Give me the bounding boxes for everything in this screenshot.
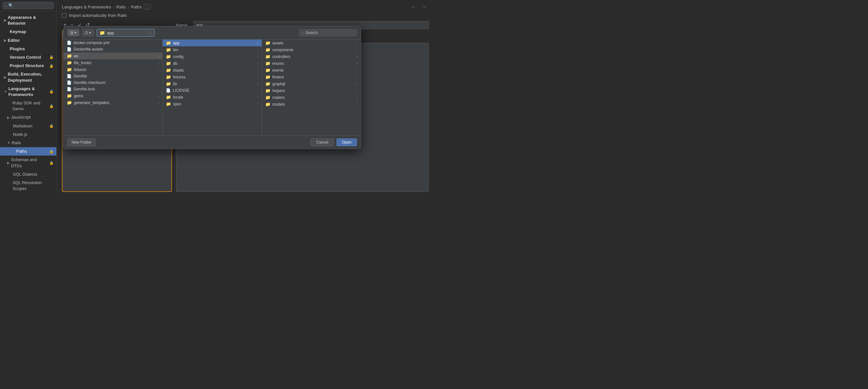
folder-icon: 📁 — [265, 88, 271, 93]
dialog-toolbar: ⊞ ▾ ⊡ ▾ 📁 app ⌃ — [63, 26, 361, 39]
search-input[interactable] — [8, 3, 52, 8]
item-name: models — [272, 102, 285, 107]
footer-actions: Cancel Open — [311, 138, 357, 146]
sidebar-item-markdown[interactable]: Markdown 🔒 — [0, 122, 56, 130]
sidebar-item-ruby-sdk[interactable]: Ruby SDK and Gems 🔒 — [0, 99, 56, 113]
list-item[interactable]: 📁 file_hooks › — [63, 59, 162, 66]
list-item[interactable]: 📁 bin › — [163, 46, 261, 53]
sidebar-item-plugins[interactable]: Plugins — [0, 45, 56, 53]
list-item[interactable]: 📁 generator_templates › — [63, 99, 162, 106]
view-btn-group-2: ⊡ ▾ — [82, 29, 94, 36]
browser-col-1: 📄 docker-compose.yml 📄 Dockerfile.assets… — [63, 39, 163, 136]
list-item[interactable]: 📁 locale › — [163, 94, 261, 101]
folder-icon: 📁 — [166, 61, 171, 66]
list-item[interactable]: 📁 config › — [163, 53, 261, 60]
sidebar-item-editor[interactable]: ▶ Editor — [0, 36, 56, 45]
chevron-right-icon: › — [356, 95, 358, 99]
list-item[interactable]: 📄 LICENSE — [163, 87, 261, 94]
sidebar-item-build[interactable]: ▶ Build, Execution, Deployment — [0, 70, 56, 84]
list-item[interactable]: 📁 components › — [262, 46, 361, 53]
item-name: config — [173, 54, 183, 59]
list-item[interactable]: 📁 spec › — [163, 101, 261, 107]
open-button[interactable]: Open — [337, 138, 357, 146]
sidebar-item-rails[interactable]: ▼ Rails — [0, 139, 56, 147]
chevron-right-icon: ▶ — [4, 38, 6, 43]
list-item[interactable]: 📁 controllers › — [262, 53, 361, 60]
chevron-right-icon: › — [257, 62, 258, 65]
list-item[interactable]: 📁 helpers › — [262, 87, 361, 94]
sidebar-item-languages[interactable]: ▼ Languages & Frameworks 🔒 — [0, 85, 56, 99]
sidebar-item-schemas[interactable]: ▶ Schemas and DTDs 🔒 — [0, 156, 56, 170]
sidebar-item-sql-dialects[interactable]: SQL Dialects — [0, 170, 56, 178]
item-name: assets — [272, 41, 284, 46]
sidebar-item-paths[interactable]: Paths 🔒 — [0, 147, 56, 156]
cancel-button[interactable]: Cancel — [311, 138, 334, 146]
file-icon: 📄 — [67, 47, 71, 52]
item-name: locale — [173, 95, 183, 100]
location-text: app — [107, 30, 145, 35]
sidebar-item-sql-resolution[interactable]: SQL Resolution Scopes — [0, 178, 56, 193]
list-item[interactable]: 📁 fixtures › — [63, 66, 162, 73]
list-item[interactable]: 📁 elastic › — [163, 67, 261, 74]
sidebar-item-appearance[interactable]: ▶ Appearance & Behavior — [0, 13, 56, 28]
list-item[interactable]: 📁 ee › — [63, 53, 162, 59]
sidebar-item-project-structure[interactable]: Project Structure 🔒 — [0, 62, 56, 70]
list-item[interactable]: 📁 finders › — [262, 74, 361, 80]
item-name: ee — [74, 54, 78, 58]
list-item[interactable]: 📁 fixtures › — [163, 74, 261, 80]
file-icon: 📄 — [166, 88, 171, 93]
dialog-footer: New Folder Cancel Open — [63, 136, 361, 149]
new-folder-button[interactable]: New Folder — [67, 138, 96, 146]
list-item[interactable]: 📄 Gemfile.lock — [63, 86, 162, 92]
list-item[interactable]: 📁 graphql › — [262, 80, 361, 87]
list-item[interactable]: 📄 Gemfile — [63, 73, 162, 79]
search-wrap[interactable]: ⌕ — [3, 2, 54, 9]
sidebar-item-nodejs[interactable]: Node.js — [0, 130, 56, 139]
item-name: bin — [173, 48, 178, 52]
list-item[interactable]: 📁 app › — [163, 39, 261, 46]
chevron-right-icon: › — [257, 75, 258, 79]
list-item[interactable]: 📄 docker-compose.yml — [63, 39, 162, 46]
folder-icon: 📁 — [67, 67, 72, 72]
file-icon: 📄 — [67, 80, 71, 85]
dialog-search-input[interactable] — [305, 30, 354, 35]
chevron-right-icon: › — [158, 101, 159, 104]
sidebar-item-version-control[interactable]: Version Control 🔒 — [0, 53, 56, 62]
chevron-right-icon: › — [356, 75, 358, 79]
list-item[interactable]: 📁 enums › — [262, 60, 361, 67]
list-item[interactable]: 📁 lib › — [163, 80, 261, 87]
folder-icon: 📁 — [166, 102, 171, 106]
list-item[interactable]: 📁 models › — [262, 101, 361, 108]
item-name: mailers — [272, 95, 285, 100]
lock-icon: 🔒 — [49, 161, 54, 165]
item-name: elastic — [173, 68, 184, 73]
list-item[interactable]: 📁 gems › — [63, 92, 162, 99]
list-item[interactable]: 📄 Gemfile.checksum — [63, 79, 162, 86]
list-item[interactable]: 📁 events › — [262, 67, 361, 74]
dialog-location[interactable]: 📁 app ⌃⌄ — [96, 29, 155, 37]
chevron-right-icon: › — [158, 61, 159, 64]
sidebar-item-keymap[interactable]: Keymap — [0, 28, 56, 36]
chevron-right-icon: ▶ — [7, 161, 10, 165]
chevron-right-icon: ▶ — [7, 115, 10, 120]
list-item[interactable]: 📁 assets › — [262, 39, 361, 46]
grid-view-button[interactable]: ⊡ ▾ — [82, 29, 94, 36]
lock-icon: 🔒 — [49, 63, 54, 68]
chevron-right-icon: › — [356, 89, 358, 92]
dialog-search[interactable]: ⌕ — [299, 29, 357, 36]
list-item[interactable]: 📁 db › — [163, 60, 261, 67]
content-area: Languages & Frameworks › Rails › Paths ⬚… — [57, 0, 434, 194]
item-name: graphql — [272, 82, 285, 86]
list-item[interactable]: 📄 Dockerfile.assets — [63, 46, 162, 53]
folder-icon: 📁 — [265, 54, 271, 59]
column-view-button[interactable]: ⊞ ▾ — [68, 29, 79, 36]
list-item[interactable]: 📁 mailers › — [262, 94, 361, 101]
item-name: events — [272, 68, 284, 73]
item-name: fixtures — [173, 75, 186, 79]
sidebar-item-javascript[interactable]: ▶ JavaScript — [0, 113, 56, 121]
location-folder-icon: 📁 — [99, 30, 105, 35]
folder-icon: 📁 — [166, 75, 171, 79]
chevron-right-icon: ▶ — [4, 75, 6, 80]
item-name: app — [173, 41, 180, 46]
chevron-right-icon: › — [257, 82, 258, 86]
